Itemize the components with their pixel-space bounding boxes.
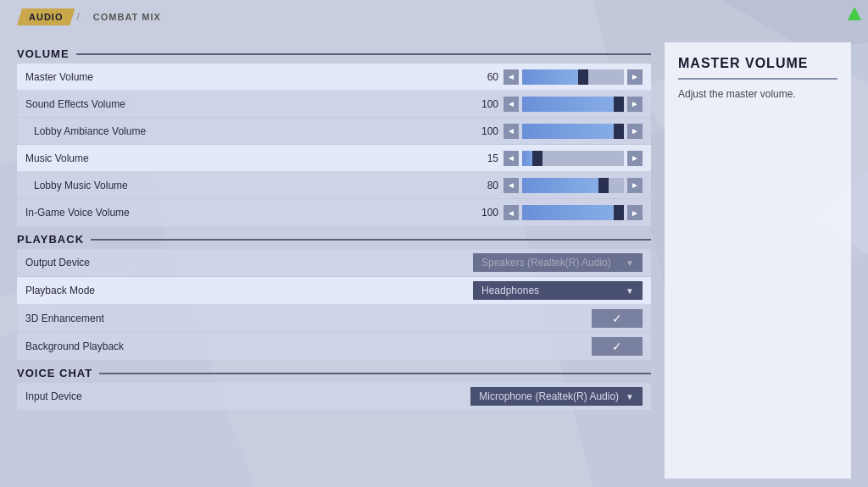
master-volume-left-arrow[interactable]: ◄ [504, 69, 519, 85]
lobby-ambiance-value: 100 [469, 125, 498, 137]
lobby-ambiance-label: Lobby Ambiance Volume [34, 125, 469, 137]
output-device-dropdown: Speakers (Realtek(R) Audio) ▼ [473, 253, 643, 272]
lobby-music-thumb [598, 178, 609, 193]
music-volume-label: Music Volume [25, 152, 469, 164]
playback-block: Output Device Speakers (Realtek(R) Audio… [17, 249, 651, 360]
left-panel: VOLUME Master Volume 60 ◄ ► [17, 42, 651, 479]
ingame-voice-right-arrow[interactable]: ► [627, 205, 643, 220]
sfx-track[interactable] [522, 97, 624, 112]
output-device-row: Output Device Speakers (Realtek(R) Audio… [17, 249, 651, 277]
lobby-music-row: Lobby Music Volume 80 ◄ ► [17, 172, 651, 199]
playback-mode-arrow: ▼ [626, 286, 634, 296]
top-nav: AUDIO / COMBAT MIX [0, 0, 868, 34]
sfx-thumb [614, 97, 624, 112]
lobby-music-fill [522, 178, 604, 193]
lobby-ambiance-slider-container: ◄ ► [504, 124, 643, 139]
output-device-arrow: ▼ [626, 258, 634, 268]
3d-enhancement-row: 3D Enhancement ✓ [17, 305, 651, 333]
ingame-voice-fill [522, 205, 624, 220]
music-volume-value: 15 [469, 152, 498, 164]
ingame-voice-value: 100 [469, 207, 498, 219]
playback-mode-value: Headphones [481, 285, 539, 296]
ingame-voice-slider-container: ◄ ► [504, 205, 643, 220]
3d-enhancement-checkbox-area: ✓ [334, 309, 643, 328]
input-device-dropdown[interactable]: Microphone (Realtek(R) Audio) ▼ [470, 387, 643, 406]
music-slider-container: ◄ ► [504, 151, 643, 166]
ingame-voice-left-arrow[interactable]: ◄ [504, 205, 519, 220]
music-thumb [532, 151, 542, 166]
right-panel-title: MASTER VOLUME [678, 56, 837, 80]
master-volume-fill [522, 69, 583, 85]
3d-enhancement-checkbox[interactable]: ✓ [592, 309, 643, 328]
lobby-music-label: Lobby Music Volume [34, 180, 469, 191]
3d-enhancement-label: 3D Enhancement [25, 313, 334, 324]
lobby-ambiance-fill [522, 124, 624, 139]
input-device-label: Input Device [25, 390, 470, 402]
ingame-voice-row: In-Game Voice Volume 100 ◄ ► [17, 199, 651, 226]
right-panel-description: Adjust the master volume. [678, 86, 837, 102]
music-left-arrow[interactable]: ◄ [504, 151, 519, 166]
voice-chat-title: VOICE CHAT [17, 367, 92, 379]
output-device-value: Speakers (Realtek(R) Audio) [481, 257, 611, 268]
lobby-music-left-arrow[interactable]: ◄ [504, 178, 519, 193]
input-device-value: Microphone (Realtek(R) Audio) [479, 390, 619, 402]
tab-audio[interactable]: AUDIO [17, 8, 75, 25]
sfx-volume-row: Sound Effects Volume 100 ◄ ► [17, 91, 651, 118]
sfx-slider-container: ◄ ► [504, 97, 643, 112]
master-volume-track[interactable] [522, 69, 624, 85]
voice-chat-section-header: VOICE CHAT [17, 362, 651, 383]
sfx-right-arrow[interactable]: ► [627, 97, 643, 112]
ingame-voice-thumb [614, 205, 624, 220]
output-device-label: Output Device [25, 257, 473, 268]
master-volume-value: 60 [469, 71, 498, 83]
master-volume-label: Master Volume [25, 71, 469, 83]
right-panel: MASTER VOLUME Adjust the master volume. [665, 42, 851, 479]
music-track[interactable] [522, 151, 624, 166]
lobby-ambiance-row: Lobby Ambiance Volume 100 ◄ ► [17, 118, 651, 145]
sfx-volume-label: Sound Effects Volume [25, 98, 469, 110]
lobby-music-right-arrow[interactable]: ► [627, 178, 643, 193]
playback-mode-dropdown[interactable]: Headphones ▼ [473, 281, 643, 300]
lobby-music-value: 80 [469, 180, 498, 191]
lobby-ambiance-thumb [614, 124, 624, 139]
playback-section-header: PLAYBACK [17, 228, 651, 249]
nav-divider: / [76, 11, 79, 23]
volume-section-header: VOLUME [17, 42, 651, 64]
master-volume-slider-container: ◄ ► [504, 69, 643, 85]
master-volume-thumb [578, 69, 588, 85]
background-playback-row: Background Playback ✓ [17, 333, 651, 360]
lobby-ambiance-right-arrow[interactable]: ► [627, 124, 643, 139]
lobby-music-slider-container: ◄ ► [504, 178, 643, 193]
ingame-voice-label: In-Game Voice Volume [25, 207, 469, 219]
playback-mode-row: Playback Mode Headphones ▼ [17, 277, 651, 305]
volume-line [76, 53, 651, 55]
background-playback-label: Background Playback [25, 340, 334, 352]
sfx-left-arrow[interactable]: ◄ [504, 97, 519, 112]
playback-mode-label: Playback Mode [25, 285, 473, 296]
input-device-arrow: ▼ [626, 392, 634, 401]
music-right-arrow[interactable]: ► [627, 151, 643, 166]
playback-line [91, 239, 651, 241]
volume-block: Master Volume 60 ◄ ► Sound Effects Volum… [17, 64, 651, 226]
voice-chat-line [99, 373, 651, 374]
content-area: VOLUME Master Volume 60 ◄ ► [0, 34, 868, 487]
tab-combat-mix[interactable]: COMBAT MIX [81, 8, 173, 25]
playback-title: PLAYBACK [17, 233, 84, 246]
lobby-music-track[interactable] [522, 178, 624, 193]
volume-title: VOLUME [17, 47, 70, 60]
background-playback-checkbox[interactable]: ✓ [592, 337, 643, 356]
master-volume-row: Master Volume 60 ◄ ► [17, 64, 651, 91]
master-volume-right-arrow[interactable]: ► [627, 69, 643, 85]
sfx-fill [522, 97, 624, 112]
lobby-ambiance-left-arrow[interactable]: ◄ [504, 124, 519, 139]
voice-chat-block: Input Device Microphone (Realtek(R) Audi… [17, 383, 651, 410]
ingame-voice-track[interactable] [522, 205, 624, 220]
lobby-ambiance-track[interactable] [522, 124, 624, 139]
music-volume-row: Music Volume 15 ◄ ► [17, 145, 651, 172]
main-container: AUDIO / COMBAT MIX VOLUME Master Volume … [0, 0, 868, 487]
background-playback-checkbox-area: ✓ [334, 337, 643, 356]
sfx-volume-value: 100 [469, 98, 498, 110]
input-device-row: Input Device Microphone (Realtek(R) Audi… [17, 383, 651, 410]
